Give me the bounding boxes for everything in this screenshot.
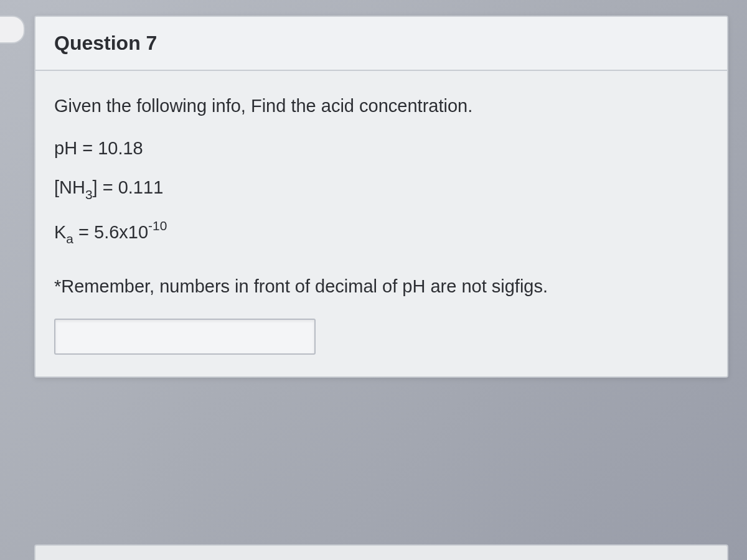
ka-subscript: a <box>66 231 73 246</box>
nh3-line: [NH3] = 0.111 <box>54 177 708 201</box>
ka-line: Ka = 5.6x10-10 <box>54 220 708 245</box>
page-tab-indicator <box>0 16 25 44</box>
ph-line: pH = 10.18 <box>54 138 708 159</box>
question-header: Question 7 <box>35 17 727 71</box>
question-title: Question 7 <box>54 32 708 55</box>
nh3-subscript: 3 <box>85 187 93 202</box>
ka-superscript: -10 <box>148 218 167 233</box>
ph-label: pH = <box>54 138 98 158</box>
bottom-panel-edge <box>34 544 728 560</box>
sigfig-note: *Remember, numbers in front of decimal o… <box>54 276 708 297</box>
ka-prefix: K <box>54 222 66 241</box>
question-prompt: Given the following info, Find the acid … <box>54 96 708 116</box>
question-body: Given the following info, Find the acid … <box>35 71 727 376</box>
nh3-suffix: ] = <box>93 177 118 197</box>
ph-value: 10.18 <box>98 138 143 158</box>
nh3-value: 0.111 <box>118 177 164 197</box>
ka-mid: = 5.6x10 <box>73 222 148 241</box>
answer-input[interactable] <box>54 319 316 355</box>
question-card: Question 7 Given the following info, Fin… <box>34 16 728 378</box>
nh3-prefix: [NH <box>54 177 85 197</box>
